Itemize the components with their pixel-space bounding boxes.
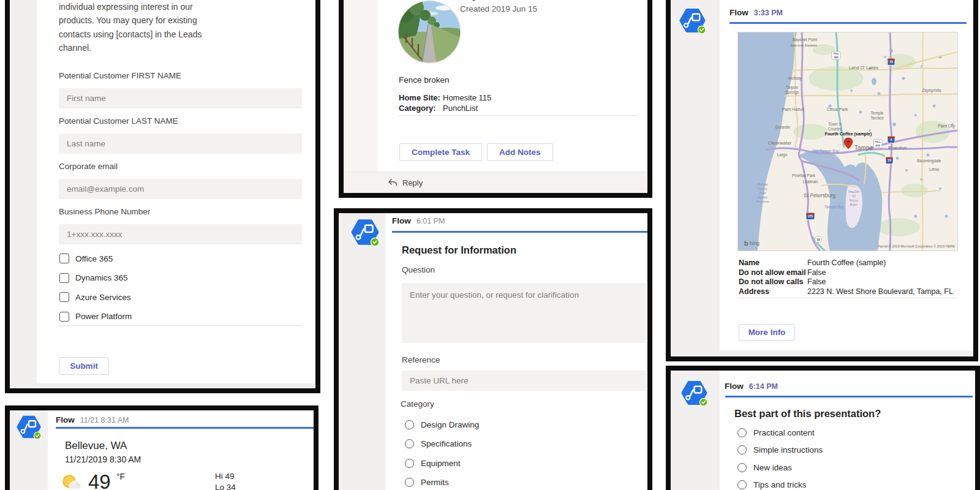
question-label: Question — [402, 265, 647, 275]
lead-form-fields: Potential Customer FIRST NAMEFirst nameP… — [59, 71, 302, 244]
sender-name: Flow — [392, 216, 411, 225]
map-place-label: St Petersburg — [804, 192, 835, 198]
radio-simple-instructions[interactable]: Simple instructions — [737, 445, 967, 455]
bing-logo-icon: b — [744, 239, 748, 247]
radio-equipment[interactable]: Equipment — [405, 458, 647, 468]
poll-options: Practical contentSimple instructionsNew … — [734, 428, 967, 490]
radio-label: Tips and tricks — [753, 480, 807, 489]
checkbox-icon[interactable] — [59, 312, 69, 322]
panel-rfi-form: Flow 6:01 PM Request for Information Que… — [334, 208, 652, 490]
field-group-corporate-email: Corporate emailemail@example.com — [59, 162, 302, 199]
sender-name: Flow — [729, 8, 748, 17]
panel-poll-card: Flow 6:14 PM Best part of this presentat… — [666, 366, 980, 490]
radio-label: New ideas — [753, 463, 792, 472]
radio-icon[interactable] — [405, 459, 414, 468]
corporate-email-input[interactable]: email@example.com — [59, 179, 302, 199]
panel-lead-form: Please fill out a single form for each i… — [5, 0, 320, 393]
question-placeholder: Enter your question, or request for clar… — [410, 290, 579, 300]
message-timestamp: 11/21 8:31 AM — [80, 416, 129, 424]
svg-text:Parrish: Parrish — [878, 244, 888, 248]
radio-icon[interactable] — [737, 463, 747, 472]
checkbox-icon[interactable] — [59, 292, 69, 302]
reference-label: Reference — [402, 355, 647, 365]
checkbox-power-platform[interactable]: Power Platform — [59, 311, 303, 322]
checkbox-icon[interactable] — [59, 254, 69, 263]
radio-new-ideas[interactable]: New ideas — [737, 462, 967, 472]
partly-sunny-icon — [59, 470, 83, 490]
map-place-label: Old Tampa Bay — [812, 149, 840, 154]
flow-bot-avatar — [679, 7, 706, 34]
checkbox-dynamics-365[interactable]: Dynamics 365 — [59, 273, 303, 284]
reference-input[interactable]: Paste URL here — [402, 371, 647, 391]
map-pin-label: Fourth Coffee (sample) — [825, 132, 872, 137]
fact-value: 2223 N. West Shore Boulevard, Tampa, FL — [807, 287, 953, 297]
field-label: Corporate email — [59, 162, 302, 172]
radio-icon[interactable] — [405, 420, 414, 429]
map-place-label: Pinellas — [757, 183, 768, 186]
map-place-label: 75 — [888, 159, 891, 162]
radio-icon[interactable] — [405, 439, 414, 448]
submit-button[interactable]: Submit — [59, 357, 109, 375]
map-place-label: Jasmine Estates — [790, 43, 817, 47]
task-facts: Home Site:Homesite 115Category:PunchList — [399, 92, 491, 113]
checkbox-office-365[interactable]: Office 365 — [59, 253, 303, 264]
checkbox-label: Azure Services — [75, 293, 131, 302]
checkbox-label: Dynamics 365 — [75, 273, 128, 282]
checkbox-icon[interactable] — [59, 273, 69, 283]
map-place-label: Town 'n — [828, 122, 842, 126]
chat-background-strip — [671, 350, 973, 356]
map-place-label: Terrace — [870, 116, 884, 120]
add-notes-button[interactable]: Add Notes — [487, 143, 553, 161]
map-place-label: 4 — [891, 138, 892, 141]
radio-specifications[interactable]: Specifications — [405, 439, 647, 449]
map-place-label: Country — [828, 127, 843, 132]
reply-arrow-icon — [388, 179, 398, 186]
radio-icon[interactable] — [737, 428, 747, 437]
complete-task-button[interactable]: Complete Task — [399, 143, 482, 161]
map-place-label: Air — [852, 194, 856, 198]
map-place-label: TOLL — [875, 141, 881, 143]
potential-customer-last-name-input[interactable]: Last name — [59, 134, 302, 154]
fact-label: Home Site: — [399, 92, 443, 103]
field-group-business-phone-number: Business Phone Number1+xxx.xxx.xxxx — [59, 207, 302, 244]
radio-practical-content[interactable]: Practical content — [737, 428, 967, 437]
more-info-button[interactable]: More Info — [739, 324, 795, 341]
fact-label: Name — [739, 258, 807, 268]
checkbox-azure-services[interactable]: Azure Services — [59, 292, 303, 303]
category-label: Category — [401, 399, 647, 409]
divider — [59, 325, 302, 326]
flow-bot-avatar — [350, 217, 380, 247]
radio-design-drawing[interactable]: Design Drawing — [405, 420, 647, 429]
map-place-label: TOLL — [833, 53, 839, 55]
potential-customer-first-name-input[interactable]: First name — [59, 88, 302, 108]
panel-task-card: Megan Bowen Created 2019 Jun 15 Fence br… — [339, 0, 652, 198]
screenshot-collage: Please fill out a single form for each i… — [0, 0, 980, 490]
radio-icon[interactable] — [405, 478, 414, 487]
map-place-label: Tampa Bay — [824, 205, 845, 209]
radio-tips-and-tricks[interactable]: Tips and tricks — [737, 480, 967, 490]
radio-label: Simple instructions — [753, 445, 823, 454]
field-group-potential-customer-last-name: Potential Customer LAST NAMELast name — [59, 116, 302, 154]
question-textarea[interactable]: Enter your question, or request for clar… — [402, 283, 647, 343]
panel-weather-card: Flow 11/21 8:31 AM Bellevue, WA 11/21/20… — [5, 405, 318, 490]
reply-bar[interactable]: Reply — [344, 172, 647, 193]
fact-value: Homesite 115 — [443, 92, 491, 103]
task-photo — [398, 0, 461, 64]
input-placeholder: 1+xxx.xxx.xxxx — [67, 230, 122, 239]
input-placeholder: First name — [67, 94, 106, 103]
fact-label: Do not allow email — [739, 268, 807, 278]
task-created: Created 2019 Jun 15 — [460, 4, 537, 13]
panel-map-card: Flow 3:33 PM — [666, 0, 978, 361]
divider — [739, 298, 957, 298]
map-place-label: Land O' Lakes — [849, 65, 878, 70]
task-actions: Complete TaskAdd Notes — [399, 143, 553, 161]
task-author: Megan Bowen — [460, 0, 516, 1]
map-place-label: Force — [850, 198, 858, 202]
radio-icon[interactable] — [737, 445, 747, 454]
radio-icon[interactable] — [737, 480, 747, 489]
chat-background-gutter — [339, 213, 385, 490]
poll-title: Best part of this presentation? — [734, 407, 967, 420]
radio-permits[interactable]: Permits — [405, 478, 647, 488]
weather-hi: Hi 49 — [215, 472, 235, 481]
business-phone-number-input[interactable]: 1+xxx.xxx.xxxx — [59, 224, 302, 244]
